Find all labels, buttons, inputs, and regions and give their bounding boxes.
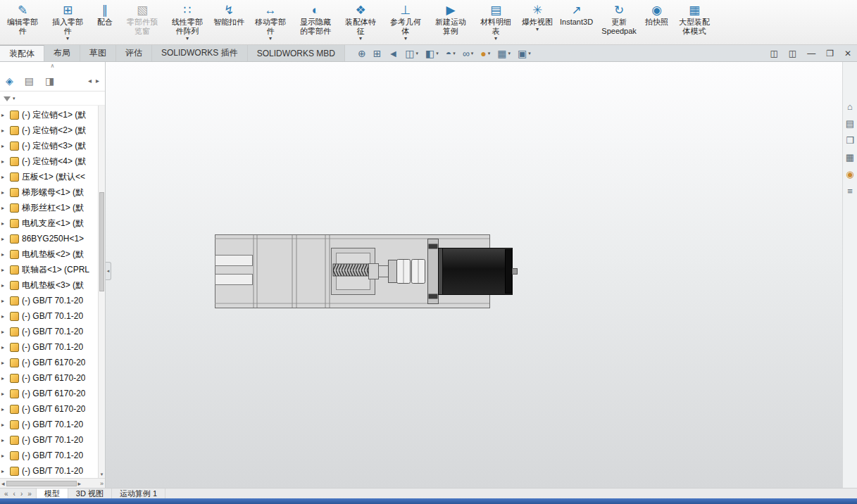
expand-arrow-icon[interactable]: ▸ — [1, 205, 8, 211]
ribbon-button[interactable]: ⊥ 参考几何体 — [383, 0, 428, 44]
command-manager-tab[interactable]: 评估 — [116, 45, 152, 61]
ribbon-button[interactable]: ∥ 配合 — [90, 0, 120, 44]
appearances-icon[interactable]: ◉ — [846, 169, 853, 179]
ribbon-button[interactable]: ⊞ 插入零部件 — [45, 0, 90, 44]
tree-item[interactable]: ▸ (-) 定位销<1> (默 — [0, 107, 98, 122]
expand-arrow-icon[interactable]: ▸ — [1, 329, 8, 335]
tree-item[interactable]: ▸ (-) GB/T 70.1-20 — [0, 417, 98, 432]
scroll-left-icon[interactable]: ◂ — [1, 480, 5, 487]
scroll-down-icon[interactable]: ▾ — [99, 472, 105, 477]
expand-arrow-icon[interactable]: ▸ — [1, 453, 8, 459]
study-tab[interactable]: 3D 视图 — [68, 489, 112, 498]
restore-icon[interactable]: ❐ — [826, 49, 834, 58]
tree-item[interactable]: ▸ (-) 定位销<2> (默 — [0, 122, 98, 138]
home-icon[interactable]: ⌂ — [847, 101, 853, 112]
prev-item-icon[interactable]: ‹ — [13, 490, 15, 498]
ribbon-button[interactable]: ↗ Instant3D — [556, 0, 596, 44]
view-settings-icon[interactable]: ▣ — [515, 46, 533, 61]
close-icon[interactable]: ✕ — [844, 49, 851, 58]
expand-arrow-icon[interactable]: ▸ — [1, 468, 8, 474]
command-manager-tab[interactable]: 草图 — [80, 45, 116, 61]
filter-icon[interactable] — [4, 96, 11, 105]
featuremanager-tab-icon[interactable]: ◈ — [6, 75, 13, 87]
view-orientation-icon[interactable]: ◫ — [403, 46, 420, 61]
ribbon-button[interactable]: ∷ 线性零部件阵列 — [165, 0, 210, 44]
tree-item[interactable]: ▸ (-) GB/T 6170-20 — [0, 355, 98, 370]
panel-prev-icon[interactable]: ◂ — [88, 77, 92, 84]
zoom-area-icon[interactable]: ⊞ — [371, 46, 384, 61]
tree-item[interactable]: ▸ (-) GB/T 70.1-20 — [0, 448, 98, 463]
ribbon-button[interactable]: ▶ 新建运动算例 — [428, 0, 473, 44]
tree-item[interactable]: ▸ 电机支座<1> (默 — [0, 215, 98, 231]
view-palette-icon[interactable]: ▦ — [846, 152, 854, 163]
expand-arrow-icon[interactable]: ▸ — [1, 344, 8, 351]
previous-view-icon[interactable]: ◄ — [386, 46, 400, 61]
tree-vertical-scrollbar[interactable]: ▾ — [98, 106, 105, 478]
next-item-icon[interactable]: › — [20, 490, 23, 498]
scrollbar-thumb[interactable] — [99, 192, 104, 291]
edit-appearance-icon[interactable]: ● — [478, 46, 492, 61]
zoom-fit-icon[interactable]: ⊕ — [356, 46, 368, 61]
expand-arrow-icon[interactable]: ▸ — [1, 143, 8, 149]
expand-arrow-icon[interactable]: ▸ — [1, 282, 8, 289]
tree-item[interactable]: ▸ (-) GB/T 70.1-20 — [0, 339, 98, 355]
ribbon-button[interactable]: ▧ 零部件预览窗 — [120, 0, 165, 44]
expand-arrow-icon[interactable]: ▸ — [1, 391, 8, 397]
expand-arrow-icon[interactable]: ▸ — [1, 298, 8, 304]
study-tab[interactable]: 运动算例 1 — [112, 489, 165, 498]
command-manager-tab[interactable]: SOLIDWORKS 插件 — [152, 45, 248, 61]
ribbon-button[interactable]: ↔ 移动零部件 — [248, 0, 293, 44]
expand-arrow-icon[interactable]: ▸ — [1, 158, 8, 165]
design-library-icon[interactable]: ▤ — [846, 118, 854, 129]
tree-item[interactable]: ▸ (-) GB/T 70.1-20 — [0, 324, 98, 339]
ribbon-button[interactable]: ◐ 显示隐藏的零部件 — [293, 0, 338, 44]
tree-item[interactable]: ▸ (-) 定位销<4> (默 — [0, 153, 98, 169]
last-item-icon[interactable]: » — [27, 490, 32, 498]
expand-arrow-icon[interactable]: ▸ — [1, 127, 8, 134]
panel-splitter-handle[interactable]: ◂ — [106, 262, 111, 280]
tree-item[interactable]: ▸ 压板<1> (默认<< — [0, 169, 98, 184]
tree-item[interactable]: ▸ (-) GB/T 70.1-20 — [0, 463, 98, 478]
minimize-icon[interactable]: — — [807, 49, 815, 58]
panel-overflow-icon[interactable]: » — [100, 480, 104, 487]
expand-arrow-icon[interactable]: ▸ — [1, 313, 8, 320]
ribbon-button[interactable]: ✳ 爆炸视图 — [518, 0, 556, 44]
expand-arrow-icon[interactable]: ▸ — [1, 236, 8, 242]
panel-collapse-handle[interactable]: ∧ — [0, 62, 105, 70]
expand-arrow-icon[interactable]: ▸ — [1, 437, 8, 443]
tree-item[interactable]: ▸ (-) 定位销<3> (默 — [0, 138, 98, 153]
tree-item[interactable]: ▸ 电机垫板<2> (默 — [0, 246, 98, 262]
tree-horizontal-scrollbar[interactable]: ◂ ▸ » — [0, 478, 105, 488]
tree-item[interactable]: ▸ (-) GB/T 6170-20 — [0, 370, 98, 386]
expand-arrow-icon[interactable]: ▸ — [1, 251, 8, 258]
study-tab[interactable]: 模型 — [37, 489, 68, 498]
command-manager-tab[interactable]: 布局 — [44, 45, 80, 61]
expand-arrow-icon[interactable]: ▸ — [1, 406, 8, 412]
ribbon-button[interactable]: ↯ 智能扣件 — [210, 0, 248, 44]
file-explorer-icon[interactable]: ❒ — [846, 135, 854, 146]
ribbon-button[interactable]: ▤ 材料明细表 — [473, 0, 518, 44]
model-lead-screw[interactable] — [333, 264, 368, 276]
tree-item[interactable]: ▸ (-) GB/T 6170-20 — [0, 401, 98, 417]
expand-arrow-icon[interactable]: ▸ — [1, 422, 8, 428]
expand-arrow-icon[interactable]: ▸ — [1, 189, 8, 196]
first-item-icon[interactable]: « — [4, 490, 8, 498]
ribbon-button[interactable]: ▦ 大型装配体模式 — [672, 0, 717, 44]
ribbon-button[interactable]: ❖ 装配体特征 — [338, 0, 383, 44]
tree-item[interactable]: ▸ (-) GB/T 70.1-20 — [0, 293, 98, 308]
command-manager-tab[interactable]: 装配体 — [0, 45, 44, 61]
tree-item[interactable]: ▸ 联轴器<1> (CPRL — [0, 262, 98, 277]
scrollbar-thumb[interactable] — [6, 481, 77, 486]
pane-left-icon[interactable]: ◫ — [770, 49, 777, 58]
expand-arrow-icon[interactable]: ▸ — [1, 220, 8, 227]
tree-item[interactable]: ▸ 86BYG250H<1> — [0, 231, 98, 246]
custom-properties-icon[interactable]: ≡ — [847, 186, 853, 196]
expand-arrow-icon[interactable]: ▸ — [1, 360, 8, 366]
expand-arrow-icon[interactable]: ▸ — [1, 112, 8, 118]
expand-arrow-icon[interactable]: ▸ — [1, 375, 8, 382]
tree-item[interactable]: ▸ (-) GB/T 70.1-20 — [0, 432, 98, 448]
tree-item[interactable]: ▸ 梯形螺母<1> (默 — [0, 184, 98, 200]
configurationmanager-tab-icon[interactable]: ◨ — [45, 75, 54, 87]
tree-item[interactable]: ▸ 电机垫板<3> (默 — [0, 277, 98, 293]
tree-item[interactable]: ▸ (-) GB/T 6170-20 — [0, 386, 98, 401]
